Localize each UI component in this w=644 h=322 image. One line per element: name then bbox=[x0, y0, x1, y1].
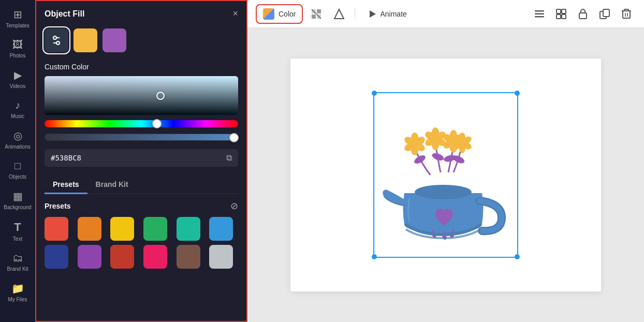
my-files-icon: 📁 bbox=[11, 282, 24, 295]
toolbar: Color Animat bbox=[247, 0, 644, 28]
tab-brand-kit[interactable]: Brand Kit bbox=[87, 176, 137, 194]
picker-dot[interactable] bbox=[156, 92, 165, 100]
color-picker-gradient[interactable] bbox=[45, 76, 238, 115]
no-fill-icon[interactable]: ⊘ bbox=[230, 200, 238, 212]
sidebar-item-label: Videos bbox=[10, 83, 25, 89]
handle-top-left[interactable] bbox=[372, 91, 377, 96]
purple-swatch[interactable] bbox=[103, 28, 126, 52]
adjust-icon bbox=[51, 35, 62, 46]
panel-header: Object Fill × bbox=[36, 1, 246, 26]
swatches-row bbox=[36, 26, 246, 58]
sidebar-item-animations[interactable]: ◎ Animations bbox=[2, 125, 33, 154]
preset-gray[interactable] bbox=[209, 245, 233, 269]
yellow-swatch[interactable] bbox=[74, 28, 97, 52]
transparency-icon bbox=[311, 8, 322, 20]
svg-point-3 bbox=[56, 41, 60, 45]
hue-slider[interactable] bbox=[45, 120, 238, 127]
delete-button[interactable] bbox=[617, 5, 636, 23]
preset-dark-red[interactable] bbox=[110, 245, 134, 269]
layers-button[interactable] bbox=[530, 5, 549, 23]
hue-thumb[interactable] bbox=[152, 119, 162, 128]
preset-teal[interactable] bbox=[177, 217, 200, 241]
object-fill-panel: Object Fill × Custom Color bbox=[35, 0, 247, 322]
svg-rect-13 bbox=[535, 16, 544, 18]
opacity-slider-container bbox=[45, 134, 238, 141]
crop-icon bbox=[333, 8, 345, 20]
svg-point-1 bbox=[53, 36, 56, 39]
close-button[interactable]: × bbox=[232, 8, 238, 19]
svg-rect-21 bbox=[623, 11, 630, 18]
opacity-thumb[interactable] bbox=[229, 133, 239, 142]
preset-dark-blue[interactable] bbox=[45, 245, 68, 269]
hex-input[interactable]: #538BC8 bbox=[51, 154, 222, 162]
presets-header: Presets ⊘ bbox=[45, 200, 238, 212]
preset-purple[interactable] bbox=[78, 245, 101, 269]
svg-rect-14 bbox=[557, 9, 561, 13]
animate-label: Animate bbox=[380, 10, 406, 18]
preset-blue[interactable] bbox=[209, 217, 233, 241]
duplicate-icon bbox=[599, 9, 610, 19]
preset-brown[interactable] bbox=[177, 245, 200, 269]
sidebar-item-label: Text bbox=[13, 236, 22, 242]
copy-icon[interactable]: ⧉ bbox=[226, 153, 232, 163]
svg-rect-17 bbox=[562, 14, 566, 19]
animate-button[interactable]: Animate bbox=[361, 6, 413, 22]
sidebar-item-text[interactable]: T Text bbox=[2, 216, 33, 246]
presets-section: Presets ⊘ bbox=[36, 194, 246, 269]
crop-button[interactable] bbox=[330, 5, 348, 23]
preset-green[interactable] bbox=[143, 217, 167, 241]
sidebar-item-label: Templates bbox=[6, 23, 30, 28]
presets-title: Presets bbox=[45, 202, 71, 210]
svg-rect-20 bbox=[603, 9, 609, 17]
svg-marker-10 bbox=[370, 10, 376, 18]
main-content: Color Animat bbox=[247, 0, 644, 322]
sidebar-item-templates[interactable]: ⊞ Templates bbox=[2, 4, 33, 33]
sidebar-item-my-files[interactable]: 📁 My Files bbox=[2, 278, 33, 306]
lock-button[interactable] bbox=[574, 5, 592, 23]
sidebar-item-objects[interactable]: □ Objects bbox=[2, 156, 33, 184]
music-icon: ♪ bbox=[15, 99, 20, 111]
opacity-slider[interactable] bbox=[45, 134, 238, 141]
handle-top-right[interactable] bbox=[515, 91, 520, 96]
hex-row: #538BC8 ⧉ bbox=[45, 149, 238, 167]
selection-box bbox=[373, 92, 518, 258]
sidebar-item-videos[interactable]: ▶ Videos bbox=[2, 65, 33, 93]
color-picker-inner[interactable] bbox=[45, 76, 238, 115]
handle-bottom-left[interactable] bbox=[372, 254, 377, 259]
svg-rect-6 bbox=[312, 14, 316, 19]
preset-orange[interactable] bbox=[78, 217, 101, 241]
svg-rect-18 bbox=[579, 13, 587, 19]
adjust-swatch[interactable] bbox=[45, 28, 68, 52]
svg-rect-15 bbox=[562, 9, 566, 13]
preset-red[interactable] bbox=[45, 217, 68, 241]
duplicate-button[interactable] bbox=[595, 5, 614, 23]
handle-bottom-right[interactable] bbox=[515, 254, 520, 259]
transparency-button[interactable] bbox=[307, 5, 326, 23]
tabs-row: Presets Brand Kit bbox=[45, 176, 238, 194]
sidebar-item-brand-kit[interactable]: 🗂 Brand Kit bbox=[2, 248, 33, 276]
sidebar-item-label: My Files bbox=[8, 297, 27, 302]
text-icon: T bbox=[14, 221, 21, 234]
canvas-area bbox=[247, 28, 644, 322]
preset-pink[interactable] bbox=[143, 245, 167, 269]
illustration-container[interactable] bbox=[373, 92, 518, 258]
color-button[interactable]: Color bbox=[256, 4, 303, 24]
tab-presets[interactable]: Presets bbox=[45, 176, 87, 194]
sidebar-item-label: Music bbox=[11, 113, 24, 119]
sidebar-item-label: Brand Kit bbox=[7, 266, 28, 272]
svg-rect-12 bbox=[535, 13, 544, 14]
background-icon: ▦ bbox=[13, 190, 23, 202]
svg-marker-9 bbox=[334, 9, 344, 19]
videos-icon: ▶ bbox=[14, 69, 22, 81]
sidebar-item-photos[interactable]: 🖼 Photos bbox=[2, 35, 33, 63]
position-button[interactable] bbox=[552, 5, 570, 23]
sidebar-item-music[interactable]: ♪ Music bbox=[2, 95, 33, 123]
objects-icon: □ bbox=[14, 160, 21, 172]
hue-slider-container bbox=[45, 120, 238, 127]
animate-icon bbox=[368, 9, 377, 19]
sidebar-item-background[interactable]: ▦ Background bbox=[2, 186, 33, 214]
panel-title: Object Fill bbox=[45, 9, 84, 19]
preset-yellow[interactable] bbox=[110, 217, 134, 241]
brand-kit-icon: 🗂 bbox=[12, 252, 23, 264]
svg-rect-11 bbox=[535, 10, 544, 12]
